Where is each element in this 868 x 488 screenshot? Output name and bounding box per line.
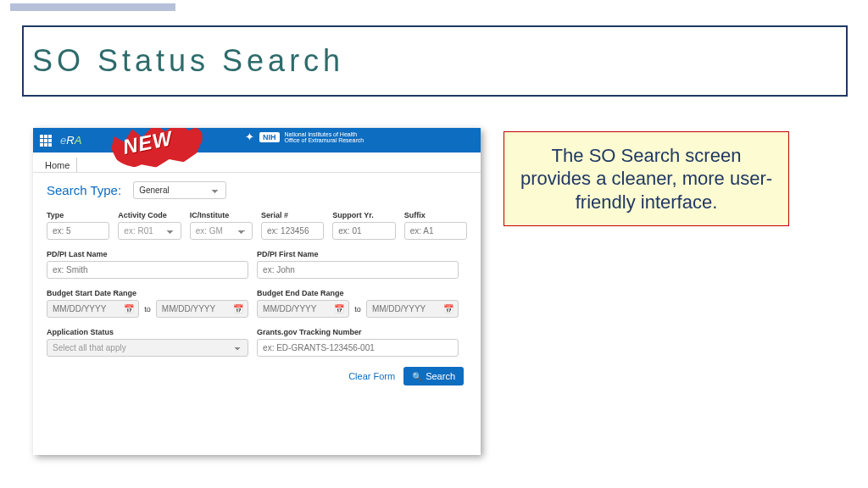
tab-home[interactable]: Home [38, 158, 77, 172]
apps-grid-icon[interactable] [40, 135, 52, 147]
support-input[interactable] [332, 222, 395, 240]
search-form: Search Type: General Type Activity Codee… [33, 173, 481, 394]
activity-label: Activity Code [118, 211, 181, 219]
budget-end-label: Budget End Date Range [257, 289, 459, 297]
calendar-icon[interactable]: 📅 [443, 304, 453, 313]
support-label: Support Yr. [332, 211, 395, 219]
title-box: SO Status Search [22, 25, 848, 97]
ic-label: IC/Institute [190, 211, 253, 219]
search-icon: 🔍 [412, 372, 422, 381]
ic-select[interactable]: ex: GM [190, 222, 253, 240]
era-logo: eRA [60, 134, 81, 147]
type-input[interactable] [47, 222, 109, 240]
nih-branding: ✦ NIH National Institutes of Health Offi… [245, 130, 364, 143]
tracking-label: Grants.gov Tracking Number [257, 328, 459, 336]
nih-line2: Office of Extramural Research [285, 137, 364, 143]
app-header: eRA ✦ NIH National Institutes of Health … [33, 128, 481, 152]
app-status-label: Application Status [47, 328, 248, 336]
slide-title: SO Status Search [32, 43, 344, 79]
serial-label: Serial # [261, 211, 324, 219]
calendar-icon[interactable]: 📅 [334, 304, 344, 313]
pi-last-label: PD/PI Last Name [47, 250, 248, 258]
nih-badge: NIH [259, 132, 280, 142]
suffix-input[interactable] [404, 222, 467, 240]
callout-box: The SO Search screen provides a cleaner,… [504, 131, 789, 226]
pi-last-input[interactable] [47, 261, 248, 279]
type-label: Type [47, 211, 109, 219]
calendar-icon[interactable]: 📅 [233, 304, 243, 313]
clear-form-button[interactable]: Clear Form [348, 367, 395, 385]
nih-line1: National Institutes of Health [285, 131, 364, 137]
app-screenshot: eRA ✦ NIH National Institutes of Health … [33, 128, 481, 455]
budget-start-label: Budget Start Date Range [47, 289, 248, 297]
calendar-icon[interactable]: 📅 [124, 304, 134, 313]
search-button[interactable]: 🔍Search [403, 367, 464, 385]
search-type-select[interactable]: General [133, 181, 226, 199]
tracking-input[interactable] [257, 339, 459, 357]
hhs-icon: ✦ [245, 130, 254, 143]
app-status-select[interactable]: Select all that apply [47, 339, 248, 357]
pi-first-label: PD/PI First Name [257, 250, 459, 258]
pi-first-input[interactable] [257, 261, 459, 279]
to-label: to [144, 305, 151, 313]
activity-select[interactable]: ex: R01 [118, 222, 181, 240]
tab-bar: Home [33, 152, 481, 173]
accent-bar [10, 3, 175, 11]
serial-input[interactable] [261, 222, 324, 240]
to-label: to [354, 305, 361, 313]
callout-text: The SO Search screen provides a cleaner,… [515, 144, 778, 214]
suffix-label: Suffix [404, 211, 467, 219]
search-type-label: Search Type: [47, 183, 121, 197]
